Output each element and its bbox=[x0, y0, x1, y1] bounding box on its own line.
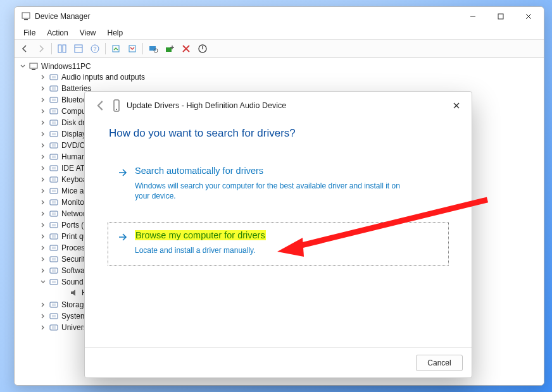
tree-node[interactable]: Audio inputs and outputs bbox=[40, 71, 540, 83]
dialog-heading: How do you want to search for drivers? bbox=[109, 127, 449, 140]
svg-rect-43 bbox=[52, 201, 56, 204]
computer-icon bbox=[28, 61, 39, 71]
svg-rect-31 bbox=[52, 133, 56, 135]
app-icon bbox=[21, 11, 31, 21]
nav-forward-button[interactable] bbox=[34, 42, 49, 56]
cancel-button[interactable]: Cancel bbox=[416, 355, 463, 371]
scan-hardware-icon[interactable] bbox=[146, 42, 161, 56]
menu-file[interactable]: File bbox=[18, 27, 41, 39]
svg-rect-3 bbox=[498, 14, 503, 19]
arrow-right-icon bbox=[117, 231, 129, 243]
device-category-icon bbox=[49, 254, 59, 264]
svg-rect-41 bbox=[52, 190, 56, 192]
menu-help[interactable]: Help bbox=[103, 27, 129, 39]
svg-text:?: ? bbox=[93, 46, 96, 52]
device-category-icon bbox=[49, 243, 59, 253]
svg-rect-18 bbox=[30, 63, 37, 68]
dialog-header: Update Drivers - High Definition Audio D… bbox=[85, 92, 472, 119]
expander-icon[interactable] bbox=[40, 107, 46, 114]
expander-icon[interactable] bbox=[40, 153, 46, 159]
tree-node-label: Audio inputs and outputs bbox=[61, 73, 145, 82]
help-button[interactable]: ? bbox=[87, 42, 103, 56]
titlebar: Device Manager bbox=[15, 7, 544, 26]
expander-icon[interactable] bbox=[40, 324, 46, 330]
expander-icon[interactable] bbox=[40, 267, 46, 273]
device-category-icon bbox=[49, 163, 59, 173]
expander-icon[interactable] bbox=[40, 221, 46, 228]
enable-device-icon[interactable] bbox=[195, 42, 210, 56]
expander-icon[interactable] bbox=[40, 119, 46, 125]
option-browse-computer[interactable]: Browse my computer for drivers Locate an… bbox=[108, 222, 449, 265]
svg-rect-59 bbox=[52, 303, 56, 306]
update-driver-icon[interactable] bbox=[108, 42, 123, 56]
minimize-button[interactable] bbox=[459, 7, 487, 26]
svg-rect-35 bbox=[52, 156, 56, 158]
device-category-icon bbox=[49, 186, 59, 196]
device-category-icon bbox=[49, 209, 59, 219]
expander-icon[interactable] bbox=[40, 312, 46, 319]
nav-back-button[interactable] bbox=[17, 42, 32, 56]
svg-point-65 bbox=[116, 109, 117, 110]
properties-button[interactable] bbox=[71, 42, 86, 56]
expander-icon[interactable] bbox=[40, 85, 46, 91]
svg-rect-7 bbox=[63, 45, 66, 52]
menubar: File Action View Help bbox=[15, 26, 544, 40]
expander-icon[interactable] bbox=[40, 142, 46, 148]
device-category-icon bbox=[49, 300, 59, 310]
svg-rect-21 bbox=[52, 76, 56, 78]
svg-rect-55 bbox=[52, 269, 56, 272]
expander-icon[interactable] bbox=[40, 278, 46, 285]
expander-icon[interactable] bbox=[40, 164, 46, 171]
back-icon[interactable] bbox=[94, 99, 108, 113]
option-description: Locate and install a driver manually. bbox=[135, 245, 407, 255]
expander-icon[interactable] bbox=[40, 210, 46, 216]
expander-icon[interactable] bbox=[40, 255, 46, 262]
svg-rect-39 bbox=[52, 178, 56, 181]
toolbar-separator bbox=[105, 43, 106, 54]
expander-icon[interactable] bbox=[40, 96, 46, 102]
svg-rect-8 bbox=[75, 45, 82, 52]
show-hide-tree-button[interactable] bbox=[54, 42, 70, 56]
svg-rect-51 bbox=[52, 247, 56, 249]
expander-icon[interactable] bbox=[40, 176, 46, 182]
update-drivers-dialog: Update Drivers - High Definition Audio D… bbox=[84, 91, 472, 378]
svg-rect-29 bbox=[52, 121, 56, 124]
svg-rect-53 bbox=[52, 258, 56, 260]
dialog-close-button[interactable] bbox=[448, 97, 465, 114]
close-window-button[interactable] bbox=[515, 7, 543, 26]
svg-rect-49 bbox=[52, 235, 56, 238]
uninstall-driver-icon[interactable] bbox=[125, 42, 140, 56]
disable-device-icon[interactable] bbox=[179, 42, 194, 56]
expander-icon[interactable] bbox=[40, 244, 46, 250]
svg-rect-63 bbox=[52, 326, 56, 329]
expander-icon[interactable] bbox=[40, 73, 46, 80]
svg-rect-23 bbox=[52, 87, 56, 90]
tree-root-label: Windows11PC bbox=[41, 62, 91, 71]
expander-icon[interactable] bbox=[40, 130, 46, 137]
svg-rect-19 bbox=[32, 69, 35, 70]
device-category-icon bbox=[49, 322, 59, 333]
expander-icon[interactable] bbox=[40, 187, 46, 193]
device-category-icon bbox=[49, 72, 59, 82]
device-category-icon bbox=[49, 311, 59, 321]
device-category-icon bbox=[49, 118, 59, 128]
option-search-automatically[interactable]: Search automatically for drivers Windows… bbox=[108, 157, 449, 211]
svg-rect-0 bbox=[22, 13, 30, 18]
expander-icon[interactable] bbox=[40, 199, 46, 205]
option-description: Windows will search your computer for th… bbox=[135, 181, 407, 201]
device-category-icon bbox=[49, 152, 59, 162]
expander-icon[interactable] bbox=[40, 233, 46, 239]
svg-rect-37 bbox=[52, 167, 56, 169]
device-category-icon bbox=[49, 277, 59, 287]
audio-device-icon bbox=[69, 288, 79, 298]
svg-rect-27 bbox=[52, 110, 56, 113]
expander-icon[interactable] bbox=[20, 63, 26, 69]
device-category-icon bbox=[49, 175, 59, 185]
add-legacy-icon[interactable] bbox=[162, 42, 177, 56]
expander-icon[interactable] bbox=[40, 301, 46, 307]
svg-rect-13 bbox=[129, 46, 135, 52]
maximize-button[interactable] bbox=[487, 7, 515, 26]
menu-action[interactable]: Action bbox=[42, 27, 73, 39]
menu-view[interactable]: View bbox=[75, 27, 101, 39]
svg-rect-6 bbox=[58, 45, 61, 52]
